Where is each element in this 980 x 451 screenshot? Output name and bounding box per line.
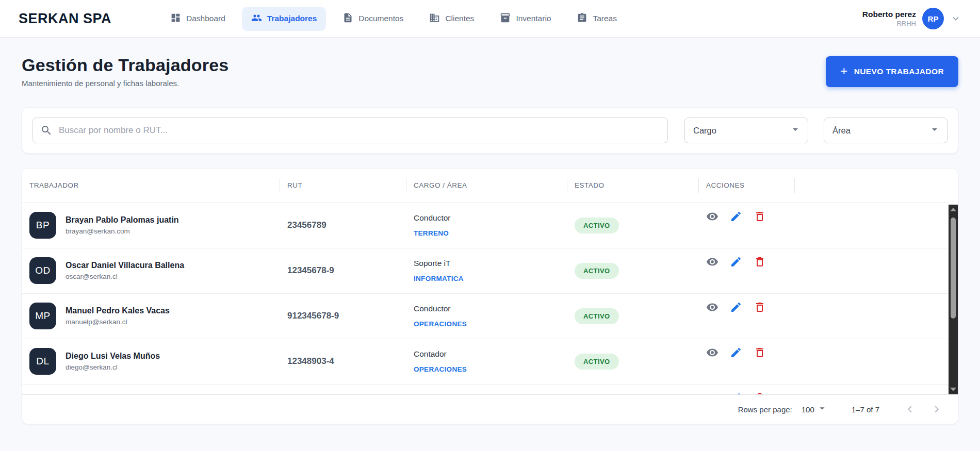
worker-email: oscar@serkan.cl (66, 273, 184, 280)
nav-item-tareas[interactable]: Tareas (567, 7, 626, 31)
worker-cargo: Conductor (414, 304, 567, 313)
column-header-cargo-area: CARGO / ÁREA (406, 169, 567, 203)
column-header-acciones: ACCIONES (699, 169, 795, 203)
table-scrollbar[interactable] (949, 205, 958, 394)
eye-icon[interactable] (706, 256, 718, 268)
table-pagination: Rows per page: 100 1–7 of 7 (22, 394, 958, 424)
pagination-range: 1–7 of 7 (852, 405, 879, 414)
trash-icon[interactable] (754, 346, 766, 359)
worker-name: Manuel Pedro Kales Vacas (66, 306, 170, 315)
worker-name: Oscar Daniel Villacura Ballena (66, 261, 184, 270)
area-select-label: Área (832, 126, 851, 136)
worker-cargo: Contador (414, 349, 567, 359)
clipboard-icon (577, 12, 587, 25)
worker-rut: 912345678-9 (287, 311, 339, 321)
worker-avatar: BP (29, 212, 56, 239)
dropdown-arrow-icon (789, 123, 802, 138)
column-header-trabajador: TRABAJADOR (22, 169, 280, 203)
workers-table: TRABAJADOR RUT CARGO / ÁREA ESTADO ACCIO… (22, 169, 949, 394)
pencil-icon[interactable] (730, 346, 742, 359)
main-content: Gestión de Trabajadores Mantenimiento de… (0, 55, 980, 424)
status-badge: ACTIVO (575, 308, 619, 324)
table-row: BP Brayan Pablo Palomas juatin brayan@se… (22, 203, 949, 248)
page-title: Gestión de Trabajadores (22, 55, 228, 75)
cargo-select[interactable]: Cargo (684, 118, 808, 143)
status-badge: ACTIVO (575, 354, 619, 370)
chevron-down-icon[interactable] (950, 13, 961, 24)
table-body: BP Brayan Pablo Palomas juatin brayan@se… (22, 203, 949, 394)
chevron-left-icon (903, 410, 917, 417)
main-nav: Dashboard Trabajadores Documentos Client… (161, 7, 626, 31)
worker-avatar: OD (29, 257, 56, 284)
nav-item-label: Tareas (593, 14, 617, 23)
people-icon (251, 12, 262, 25)
chevron-right-icon (930, 410, 943, 417)
dashboard-icon (170, 12, 181, 25)
area-select[interactable]: Área (824, 118, 948, 143)
nav-item-dashboard[interactable]: Dashboard (161, 7, 235, 31)
page-subtitle: Mantenimiento de personal y fichas labor… (22, 79, 228, 88)
worker-email: brayan@serkan.com (66, 227, 179, 235)
worker-rut: 12345678-9 (287, 265, 334, 275)
dropdown-arrow-icon (928, 123, 941, 138)
rows-per-page-label: Rows per page: (738, 405, 792, 414)
column-header-rut: RUT (280, 169, 406, 203)
scrollbar-thumb[interactable] (951, 218, 956, 319)
avatar[interactable]: RP (922, 8, 944, 29)
nav-item-inventario[interactable]: Inventario (491, 7, 560, 31)
nav-item-documentos[interactable]: Documentos (333, 7, 413, 31)
pencil-icon[interactable] (730, 256, 742, 268)
new-worker-button[interactable]: + NUEVO TRABAJADOR (826, 56, 958, 87)
cargo-select-label: Cargo (693, 126, 716, 136)
nav-item-label: Clientes (445, 14, 474, 23)
table-row: OD Oscar Daniel Villacura Ballena oscar@… (22, 248, 949, 293)
app-bar: SERKAN SPA Dashboard Trabajadores Docume… (0, 0, 980, 38)
new-worker-button-label: NUEVO TRABAJADOR (854, 67, 944, 76)
pencil-icon[interactable] (730, 392, 742, 395)
trash-icon[interactable] (754, 256, 766, 268)
user-role: RRHH (862, 20, 916, 28)
nav-item-trabajadores[interactable]: Trabajadores (242, 7, 326, 31)
eye-icon[interactable] (706, 210, 718, 223)
worker-name: Diego Lusi Velas Muños (66, 352, 160, 361)
worker-cargo: Soporte iT (414, 259, 567, 268)
worker-avatar: DL (29, 348, 56, 375)
search-input[interactable] (32, 118, 668, 143)
trash-icon[interactable] (754, 392, 766, 395)
nav-item-label: Inventario (516, 14, 551, 23)
pencil-icon[interactable] (730, 301, 742, 313)
worker-email: manuelp@serkan.cl (66, 318, 170, 326)
column-header-empty (795, 169, 949, 203)
worker-area: TERRENO (414, 229, 567, 237)
user-menu[interactable]: Roberto perez RRHH RP (862, 8, 961, 29)
previous-page-button[interactable] (903, 403, 917, 416)
page-header: Gestión de Trabajadores Mantenimiento de… (22, 55, 958, 88)
rows-per-page-value: 100 (802, 405, 814, 414)
table-header: TRABAJADOR RUT CARGO / ÁREA ESTADO ACCIO… (22, 169, 949, 203)
scrollbar-down-arrow-icon[interactable] (950, 388, 956, 391)
table-row: MP Manuel Pedro Kales Vacas manuelp@serk… (22, 293, 949, 339)
worker-area: INFORMATICA (414, 275, 567, 282)
worker-email: diego@serkan.cl (66, 363, 160, 371)
eye-icon[interactable] (706, 301, 718, 313)
eye-icon[interactable] (706, 346, 718, 359)
worker-rut: 12348903-4 (287, 356, 334, 366)
trash-icon[interactable] (754, 210, 766, 223)
nav-item-label: Trabajadores (267, 14, 317, 23)
nav-item-label: Dashboard (186, 14, 225, 23)
column-header-estado: ESTADO (567, 169, 699, 203)
eye-icon[interactable] (706, 392, 718, 395)
worker-cargo: Conductor (414, 213, 567, 223)
table-row-partial (22, 384, 949, 394)
next-page-button[interactable] (930, 403, 943, 416)
trash-icon[interactable] (754, 301, 766, 313)
workers-table-card: TRABAJADOR RUT CARGO / ÁREA ESTADO ACCIO… (22, 168, 958, 424)
pencil-icon[interactable] (730, 210, 742, 223)
table-row: DL Diego Lusi Velas Muños diego@serkan.c… (22, 339, 949, 384)
scrollbar-up-arrow-icon[interactable] (950, 208, 956, 211)
user-name: Roberto perez (862, 9, 916, 19)
nav-item-clientes[interactable]: Clientes (420, 7, 483, 31)
building-icon (429, 12, 440, 25)
rows-per-page-select[interactable]: 100 (802, 403, 828, 416)
inventory-icon (500, 12, 511, 25)
